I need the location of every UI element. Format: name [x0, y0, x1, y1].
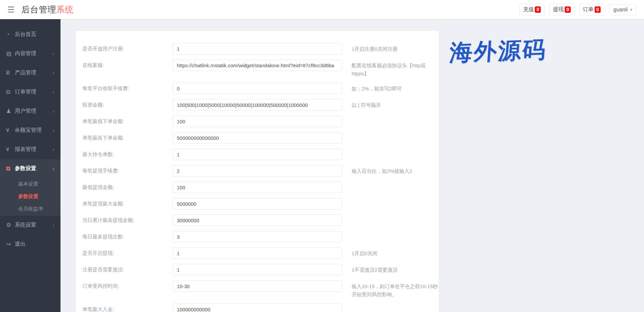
brand-title-accent: 系统	[56, 5, 74, 14]
field-label-max-withdraw-daily: 当日累计最高提现金额:	[82, 214, 172, 224]
input-open-register[interactable]	[172, 43, 342, 54]
field-label-max-positions: 最大持仓单数:	[82, 149, 172, 158]
yen-icon: ¥	[6, 127, 15, 134]
withdraw-button-label: 提现	[553, 6, 564, 13]
sidebar-subitem-basic-settings[interactable]: 基本设置	[0, 178, 61, 190]
input-risk-control-time[interactable]	[172, 280, 342, 292]
form-row-min-withdraw: 最低提现金额:	[82, 182, 439, 193]
sidebar-group-product: Ƀ产品管理›	[0, 64, 61, 83]
input-withdraw-enabled[interactable]	[172, 247, 342, 259]
form-row-max-order-amount: 单笔最高下单金额:	[82, 132, 439, 144]
field-label-invest-amounts: 投资金额:	[82, 99, 172, 108]
form-row-max-positions: 最大持仓单数:	[82, 149, 439, 160]
sidebar-item-label: 订单管理	[15, 88, 36, 95]
form-row-max-deposit: 单笔最大入金:	[82, 304, 439, 312]
form-row-register-activation: 注册是否需要激活:1不需激活2需要激活	[82, 264, 439, 275]
body-wrap: ◔后台首页▤内容管理›Ƀ产品管理›⧉订单管理›♟用户管理›¥余额宝管理›¥报表管…	[0, 19, 644, 312]
sidebar-subitem-member-yield[interactable]: 会员收益率	[0, 203, 61, 215]
field-label-max-withdraw-single: 单笔提现最大金额:	[82, 198, 172, 207]
field-hint-risk-control-time: 输入10-15，则订单在平仓之前10-15秒开始受到风控影响。	[352, 280, 439, 299]
sidebar-item-yuebao[interactable]: ¥余额宝管理›	[0, 121, 61, 140]
chevron-right-icon: ›	[52, 127, 54, 134]
sidebar-subitem-label: 会员收益率	[18, 206, 43, 212]
sidebar-item-label: 系统设置	[15, 222, 36, 229]
input-max-withdraw-daily[interactable]	[172, 214, 342, 226]
chevron-right-icon: ›	[52, 165, 54, 172]
form-row-online-service: 在线客服:配置在线客服必须协议头【http或htpps】	[82, 60, 439, 78]
input-max-deposit[interactable]	[172, 304, 342, 312]
sidebar-item-product[interactable]: Ƀ产品管理›	[0, 64, 61, 82]
withdraw-count-badge: 0	[565, 6, 571, 13]
input-withdraw-fee[interactable]	[172, 165, 342, 177]
input-min-order-amount[interactable]	[172, 116, 342, 127]
input-max-withdraw-times[interactable]	[172, 231, 342, 242]
caret-down-icon: ▾	[630, 7, 632, 12]
sidebar-subitem-param-settings[interactable]: 参数设置	[0, 190, 61, 203]
hamburger-menu-icon[interactable]: ☰	[5, 4, 17, 16]
input-invest-amounts[interactable]	[172, 99, 342, 111]
sidebar-group-content: ▤内容管理›	[0, 44, 61, 64]
sidebar-group-user: ♟用户管理›	[0, 102, 61, 121]
sidebar-group-report: ¥报表管理›	[0, 140, 61, 159]
recharge-button[interactable]: 充值0	[519, 4, 545, 15]
input-register-activation[interactable]	[172, 264, 342, 275]
field-label-min-withdraw: 最低提现金额:	[82, 182, 172, 191]
chevron-right-icon: ›	[52, 89, 54, 95]
sidebar-item-order[interactable]: ⧉订单管理›	[0, 83, 61, 101]
recharge-count-badge: 0	[535, 6, 541, 13]
sidebar-item-params[interactable]: ⧉参数设置›	[0, 159, 61, 178]
sidebar-item-label: 用户管理	[15, 108, 36, 115]
yen-icon: ¥	[6, 146, 15, 153]
logout-icon: ↪	[6, 241, 15, 248]
sidebar-item-content[interactable]: ▤内容管理›	[0, 44, 61, 63]
sidebar-item-dashboard[interactable]: ◔后台首页	[0, 25, 61, 44]
form-row-withdraw-fee: 每笔提现手续费:输入百分比，如2%就输入2	[82, 165, 439, 177]
sidebar-item-system[interactable]: ⚙系统设置›	[0, 216, 61, 234]
sidebar-group-system: ⚙系统设置›	[0, 216, 61, 235]
bitcoin-icon: Ƀ	[6, 70, 15, 76]
sidebar-item-user[interactable]: ♟用户管理›	[0, 102, 61, 120]
input-max-positions[interactable]	[172, 149, 342, 160]
input-max-order-amount[interactable]	[172, 132, 342, 144]
settings-form-card: 是否开放用户注册:1开启注册0关闭注册在线客服:配置在线客服必须协议头【http…	[76, 31, 439, 312]
sidebar-group-dashboard: ◔后台首页	[0, 25, 61, 44]
field-label-max-deposit: 单笔最大入金:	[82, 304, 172, 312]
withdraw-button[interactable]: 提现0	[549, 4, 574, 15]
orders-count-badge: 0	[595, 6, 601, 13]
book-icon: ▤	[6, 50, 15, 57]
sidebar-item-label: 后台首页	[15, 31, 36, 38]
top-header: ☰ 后台管理系统 充值0提现0订单0 guanli ▾	[0, 0, 644, 19]
watermark-text: 海外源码	[448, 34, 548, 68]
orders-button-label: 订单	[583, 6, 594, 13]
sidebar-menu: ◔后台首页▤内容管理›Ƀ产品管理›⧉订单管理›♟用户管理›¥余额宝管理›¥报表管…	[0, 19, 61, 312]
header-actions: 充值0提现0订单0 guanli ▾	[519, 4, 637, 15]
field-hint-platform-fee: 如：2%，就填写2即可	[352, 83, 439, 93]
input-max-withdraw-single[interactable]	[172, 198, 342, 209]
form-row-platform-fee: 每笔平台收取手续费:如：2%，就填写2即可	[82, 83, 439, 94]
user-menu-label: guanli	[613, 7, 628, 13]
input-online-service[interactable]	[172, 60, 342, 71]
field-label-withdraw-fee: 每笔提现手续费:	[82, 165, 172, 174]
orders-button[interactable]: 订单0	[579, 4, 604, 15]
input-platform-fee[interactable]	[172, 83, 342, 94]
user-icon: ♟	[6, 108, 15, 115]
field-label-min-order-amount: 单笔最低下单金额:	[82, 116, 172, 125]
dashboard-icon: ◔	[6, 31, 15, 38]
input-min-withdraw[interactable]	[172, 182, 342, 193]
sidebar-item-label: 报表管理	[15, 146, 36, 153]
sidebar-item-label: 产品管理	[15, 69, 36, 76]
form-row-invest-amounts: 投资金额:以 | 符号隔开	[82, 99, 439, 111]
copy-icon: ⧉	[6, 89, 15, 95]
field-hint-online-service: 配置在线客服必须协议头【http或htpps】	[352, 60, 439, 78]
sidebar-subitem-label: 参数设置	[18, 193, 38, 200]
form-row-max-withdraw-times: 每日最多提现次数:	[82, 231, 439, 242]
brand-title-main: 后台管理	[22, 5, 56, 14]
gears-icon: ⚙	[6, 222, 15, 229]
field-label-online-service: 在线客服:	[82, 60, 172, 69]
sidebar-item-logout[interactable]: ↪退出	[0, 235, 61, 254]
sidebar-group-logout: ↪退出	[0, 235, 61, 254]
user-menu-button[interactable]: guanli ▾	[609, 4, 637, 15]
sidebar-item-report[interactable]: ¥报表管理›	[0, 140, 61, 159]
sidebar-group-yuebao: ¥余额宝管理›	[0, 121, 61, 140]
field-hint-register-activation: 1不需激活2需要激活	[352, 264, 439, 274]
